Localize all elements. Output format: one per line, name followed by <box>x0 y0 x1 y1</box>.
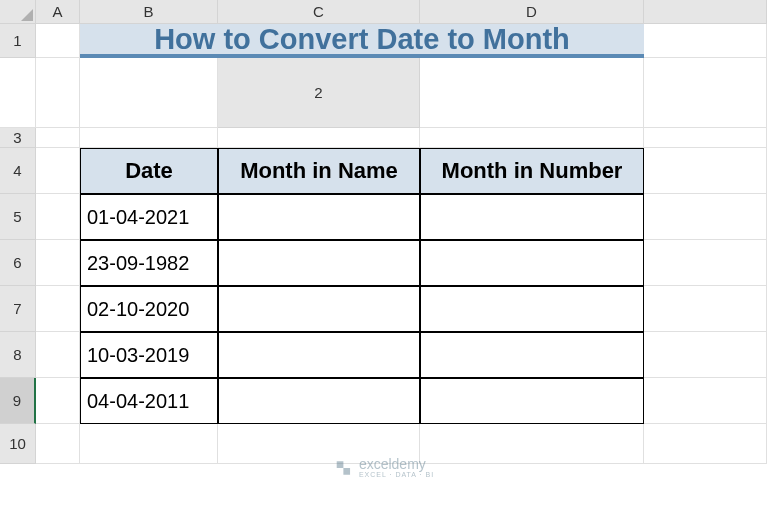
col-header-c[interactable]: C <box>218 0 420 24</box>
header-month-number[interactable]: Month in Number <box>420 148 644 194</box>
row-header-6[interactable]: 6 <box>0 240 36 286</box>
cell-d3[interactable] <box>420 128 644 148</box>
cell-d6-month-number[interactable] <box>420 240 644 286</box>
cell-b7-date[interactable]: 02-10-2020 <box>80 286 218 332</box>
row-header-3[interactable]: 3 <box>0 128 36 148</box>
cell-a9[interactable] <box>36 378 80 424</box>
row-header-8[interactable]: 8 <box>0 332 36 378</box>
cell-a6[interactable] <box>36 240 80 286</box>
cell-b5-date[interactable]: 01-04-2021 <box>80 194 218 240</box>
cell-a3[interactable] <box>36 128 80 148</box>
cell-c1[interactable] <box>0 58 36 128</box>
cell-d7-month-number[interactable] <box>420 286 644 332</box>
cell-b8-date[interactable]: 10-03-2019 <box>80 332 218 378</box>
cell-e1[interactable] <box>80 58 218 128</box>
cell-c7-month-name[interactable] <box>218 286 420 332</box>
cell-c9-month-name[interactable] <box>218 378 420 424</box>
cell-a4[interactable] <box>36 148 80 194</box>
cell-e5[interactable] <box>644 194 767 240</box>
cell-d9-month-number[interactable] <box>420 378 644 424</box>
cell-c6-month-name[interactable] <box>218 240 420 286</box>
select-all-corner[interactable] <box>0 0 36 24</box>
cell-d8-month-number[interactable] <box>420 332 644 378</box>
cell-b3[interactable] <box>80 128 218 148</box>
cell-c8-month-name[interactable] <box>218 332 420 378</box>
cell-c3[interactable] <box>218 128 420 148</box>
cell-a5[interactable] <box>36 194 80 240</box>
row-header-7[interactable]: 7 <box>0 286 36 332</box>
cell-b9-date[interactable]: 04-04-2011 <box>80 378 218 424</box>
cell-a7[interactable] <box>36 286 80 332</box>
cell-e3[interactable] <box>644 128 767 148</box>
row-header-5[interactable]: 5 <box>0 194 36 240</box>
cell-e7[interactable] <box>644 286 767 332</box>
row-header-9[interactable]: 9 <box>0 378 36 424</box>
cell-c5-month-name[interactable] <box>218 194 420 240</box>
title-cell[interactable]: How to Convert Date to Month <box>80 24 644 58</box>
row-header-4[interactable]: 4 <box>0 148 36 194</box>
cell-e2[interactable] <box>644 58 767 128</box>
cell-b10[interactable] <box>80 424 218 464</box>
col-header-b[interactable]: B <box>80 0 218 24</box>
col-header-a[interactable]: A <box>36 0 80 24</box>
header-date[interactable]: Date <box>80 148 218 194</box>
cell-d5-month-number[interactable] <box>420 194 644 240</box>
cell-a2[interactable] <box>420 58 644 128</box>
cell-e9[interactable] <box>644 378 767 424</box>
cell-d10[interactable] <box>420 424 644 464</box>
cell-b6-date[interactable]: 23-09-1982 <box>80 240 218 286</box>
cell-e6[interactable] <box>644 240 767 286</box>
cell-a1[interactable] <box>36 24 80 58</box>
cell-a8[interactable] <box>36 332 80 378</box>
cell-a10[interactable] <box>36 424 80 464</box>
col-header-blank[interactable] <box>644 0 767 24</box>
cell-e8[interactable] <box>644 332 767 378</box>
cell-e10[interactable] <box>644 424 767 464</box>
row-header-10[interactable]: 10 <box>0 424 36 464</box>
spreadsheet-grid: A B C D 1 2 How to Convert Date to Month… <box>0 0 767 526</box>
row-header-2[interactable]: 2 <box>218 58 420 128</box>
row-header-1[interactable]: 1 <box>0 24 36 58</box>
cell-e4[interactable] <box>644 148 767 194</box>
header-month-name[interactable]: Month in Name <box>218 148 420 194</box>
col-header-d[interactable]: D <box>420 0 644 24</box>
cell-b1[interactable] <box>644 24 767 58</box>
cell-d1[interactable] <box>36 58 80 128</box>
cell-c10[interactable] <box>218 424 420 464</box>
